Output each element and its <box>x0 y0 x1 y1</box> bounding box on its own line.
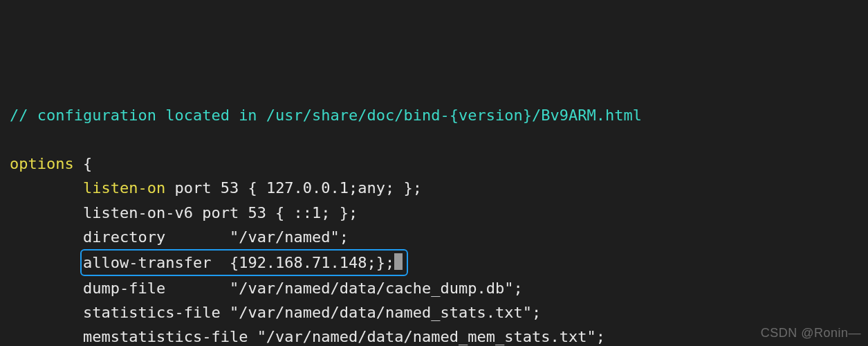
dump-file-line: dump-file "/var/named/data/cache_dump.db… <box>83 280 523 297</box>
listen-on-keyword: listen-on <box>83 179 165 197</box>
indent <box>10 328 83 345</box>
cursor <box>394 253 403 270</box>
code-block: // configuration located in /usr/share/d… <box>10 103 858 346</box>
indent <box>10 204 83 221</box>
indent <box>10 228 83 246</box>
watermark: CSDN @Ronin— <box>761 323 861 343</box>
allow-transfer-line: allow-transfer {192.168.71.148;}; <box>83 254 394 271</box>
memstatistics-file-line: memstatistics-file "/var/named/data/name… <box>83 328 605 345</box>
highlight-box: allow-transfer {192.168.71.148;}; <box>80 249 408 276</box>
indent <box>10 280 83 297</box>
brace-open: { <box>74 155 93 172</box>
statistics-file-line: statistics-file "/var/named/data/named_s… <box>83 304 541 321</box>
indent <box>10 304 83 321</box>
listen-on-rest: port 53 { 127.0.0.1;any; }; <box>165 179 422 197</box>
indent <box>10 179 83 197</box>
comment-line: // configuration located in /usr/share/d… <box>10 107 642 124</box>
options-keyword: options <box>10 155 74 172</box>
listen-on-v6-line: listen-on-v6 port 53 { ::1; }; <box>83 204 358 221</box>
indent <box>10 254 83 271</box>
directory-line: directory "/var/named"; <box>83 228 349 246</box>
